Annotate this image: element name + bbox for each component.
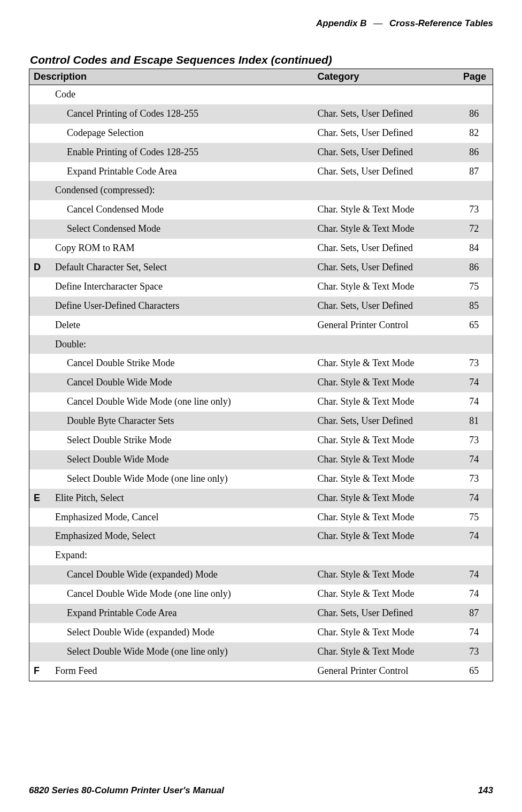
page-cell: 75 bbox=[456, 508, 493, 527]
table-row: Emphasized Mode, SelectChar. Style & Tex… bbox=[29, 527, 493, 546]
index-letter bbox=[29, 200, 51, 219]
index-letter bbox=[29, 124, 51, 143]
index-letter bbox=[29, 527, 51, 546]
description-text: Select Double Wide (expanded) Mode bbox=[55, 625, 309, 640]
category-cell: Char. Style & Text Mode bbox=[313, 565, 456, 585]
description-cell: Copy ROM to RAM bbox=[51, 239, 313, 258]
index-letter bbox=[29, 546, 51, 565]
description-text: Double: bbox=[55, 339, 86, 350]
page-cell: 74 bbox=[456, 392, 493, 412]
description-cell: Select Condensed Mode bbox=[51, 219, 313, 239]
page-cell: 81 bbox=[456, 412, 493, 431]
table-row: Cancel Double Strike ModeChar. Style & T… bbox=[29, 354, 493, 373]
description-cell: Cancel Double Wide Mode bbox=[51, 373, 313, 392]
index-letter bbox=[29, 335, 51, 354]
description-cell: Double Byte Character Sets bbox=[51, 412, 313, 431]
category-cell bbox=[313, 181, 456, 200]
description-text: Define User-Defined Characters bbox=[55, 300, 180, 311]
description-text: Copy ROM to RAM bbox=[55, 242, 135, 253]
table-row: Copy ROM to RAMChar. Sets, User Defined8… bbox=[29, 239, 493, 258]
description-cell: Expand: bbox=[51, 546, 313, 565]
description-cell: Cancel Printing of Codes 128-255 bbox=[51, 104, 313, 124]
page-cell: 74 bbox=[456, 527, 493, 546]
page-cell: 86 bbox=[456, 258, 493, 277]
description-text: Cancel Double Wide (expanded) Mode bbox=[55, 567, 309, 582]
description-text: Cancel Double Wide Mode (one line only) bbox=[55, 587, 309, 602]
description-text: Cancel Double Strike Mode bbox=[55, 356, 309, 371]
page-cell: 65 bbox=[456, 662, 493, 681]
index-letter bbox=[29, 297, 51, 316]
description-cell: Select Double Wide (expanded) Mode bbox=[51, 623, 313, 642]
table-header-row: Description Category Page bbox=[29, 69, 493, 85]
description-cell: Delete bbox=[51, 316, 313, 335]
description-cell: Cancel Double Strike Mode bbox=[51, 354, 313, 373]
category-cell: Char. Sets, User Defined bbox=[313, 604, 456, 623]
table-row: Define User-Defined CharactersChar. Sets… bbox=[29, 297, 493, 316]
index-letter: D bbox=[29, 258, 51, 277]
description-text: Elite Pitch, Select bbox=[55, 492, 124, 503]
category-cell: Char. Sets, User Defined bbox=[313, 412, 456, 431]
category-cell: Char. Style & Text Mode bbox=[313, 527, 456, 546]
index-letter bbox=[29, 412, 51, 431]
description-text: Define Intercharacter Space bbox=[55, 281, 163, 292]
table-row: Cancel Printing of Codes 128-255Char. Se… bbox=[29, 104, 493, 124]
category-cell: Char. Style & Text Mode bbox=[313, 219, 456, 239]
description-text: Select Condensed Mode bbox=[55, 222, 309, 237]
index-letter bbox=[29, 623, 51, 642]
description-text: Expand: bbox=[55, 550, 87, 560]
index-letter bbox=[29, 219, 51, 239]
category-cell: Char. Style & Text Mode bbox=[313, 200, 456, 219]
page-cell bbox=[456, 181, 493, 200]
category-cell: Char. Sets, User Defined bbox=[313, 297, 456, 316]
description-text: Cancel Printing of Codes 128-255 bbox=[55, 107, 309, 122]
index-letter bbox=[29, 508, 51, 527]
page-cell: 73 bbox=[456, 431, 493, 450]
category-cell bbox=[313, 85, 456, 104]
category-cell: Char. Style & Text Mode bbox=[313, 642, 456, 662]
page-cell: 74 bbox=[456, 450, 493, 469]
description-cell: Enable Printing of Codes 128-255 bbox=[51, 143, 313, 162]
category-cell: General Printer Control bbox=[313, 316, 456, 335]
table-row: Double Byte Character SetsChar. Sets, Us… bbox=[29, 412, 493, 431]
description-cell: Elite Pitch, Select bbox=[51, 489, 313, 508]
index-letter bbox=[29, 565, 51, 585]
description-text: Condensed (compressed): bbox=[55, 185, 155, 195]
index-letter bbox=[29, 450, 51, 469]
index-letter: E bbox=[29, 489, 51, 508]
category-cell: Char. Style & Text Mode bbox=[313, 392, 456, 412]
description-text: Expand Printable Code Area bbox=[55, 164, 309, 179]
description-text: Select Double Wide Mode (one line only) bbox=[55, 472, 309, 487]
index-table: Description Category Page CodeCancel Pri… bbox=[29, 69, 493, 681]
table-title: Control Codes and Escape Sequences Index… bbox=[30, 54, 493, 66]
table-row: Select Condensed ModeChar. Style & Text … bbox=[29, 219, 493, 239]
category-cell: Char. Style & Text Mode bbox=[313, 489, 456, 508]
index-letter: F bbox=[29, 662, 51, 681]
index-letter bbox=[29, 162, 51, 181]
index-letter bbox=[29, 373, 51, 392]
description-cell: Define User-Defined Characters bbox=[51, 297, 313, 316]
category-cell: Char. Sets, User Defined bbox=[313, 258, 456, 277]
table-row: Expand: bbox=[29, 546, 493, 565]
description-cell: Double: bbox=[51, 335, 313, 354]
description-cell: Emphasized Mode, Cancel bbox=[51, 508, 313, 527]
description-cell: Form Feed bbox=[51, 662, 313, 681]
col-page: Page bbox=[456, 69, 493, 85]
description-cell: Select Double Strike Mode bbox=[51, 431, 313, 450]
table-row: Select Double Wide Mode (one line only)C… bbox=[29, 642, 493, 662]
description-text: Code bbox=[55, 89, 75, 100]
description-cell: Cancel Condensed Mode bbox=[51, 200, 313, 219]
table-row: Select Double Wide ModeChar. Style & Tex… bbox=[29, 450, 493, 469]
category-cell bbox=[313, 335, 456, 354]
description-cell: Select Double Wide Mode bbox=[51, 450, 313, 469]
category-cell: Char. Style & Text Mode bbox=[313, 508, 456, 527]
description-cell: Default Character Set, Select bbox=[51, 258, 313, 277]
page-cell: 65 bbox=[456, 316, 493, 335]
page-cell: 87 bbox=[456, 162, 493, 181]
table-row: Cancel Double Wide Mode (one line only)C… bbox=[29, 392, 493, 412]
category-cell: Char. Style & Text Mode bbox=[313, 431, 456, 450]
category-cell: Char. Sets, User Defined bbox=[313, 162, 456, 181]
table-row: Expand Printable Code AreaChar. Sets, Us… bbox=[29, 604, 493, 623]
description-text: Select Double Wide Mode (one line only) bbox=[55, 644, 309, 659]
category-cell: Char. Style & Text Mode bbox=[313, 450, 456, 469]
description-text: Cancel Double Wide Mode (one line only) bbox=[55, 394, 309, 409]
